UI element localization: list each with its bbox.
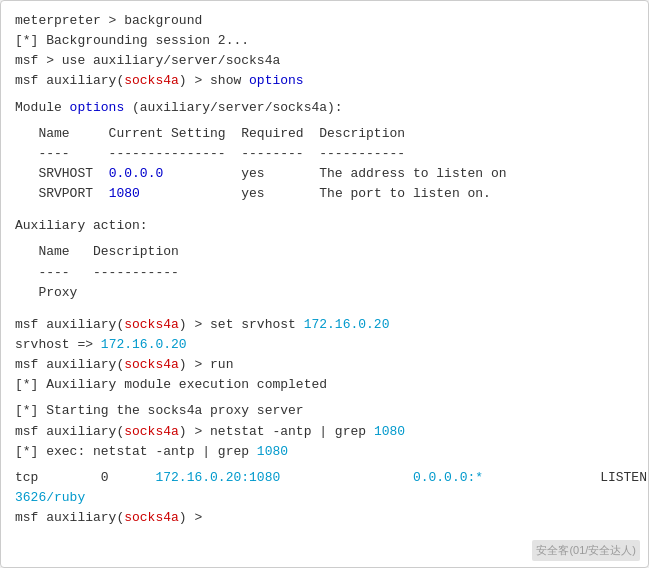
terminal-line: Name Current Setting Required Descriptio… (15, 124, 634, 144)
terminal-line: ---- --------------- -------- ----------… (15, 144, 634, 164)
terminal-window: meterpreter > background[*] Backgroundin… (0, 0, 649, 568)
terminal-line: msf auxiliary(socks4a) > netstat -antp |… (15, 422, 634, 442)
terminal-line: msf auxiliary(socks4a) > set srvhost 172… (15, 315, 634, 335)
terminal-line: srvhost => 172.16.0.20 (15, 335, 634, 355)
terminal-line: meterpreter > background (15, 11, 634, 31)
terminal-line: [*] Starting the socks4a proxy server (15, 401, 634, 421)
terminal-line: msf auxiliary(socks4a) > show options (15, 71, 634, 91)
terminal-line: Name Description (15, 242, 634, 262)
terminal-line: msf auxiliary(socks4a) > run (15, 355, 634, 375)
terminal-line: Module options (auxiliary/server/socks4a… (15, 98, 634, 118)
terminal-line: [*] Auxiliary module execution completed (15, 375, 634, 395)
terminal-output: meterpreter > background[*] Backgroundin… (15, 11, 634, 528)
terminal-line: Auxiliary action: (15, 216, 634, 236)
terminal-line: 3626/ruby (15, 488, 634, 508)
terminal-line: msf > use auxiliary/server/socks4a (15, 51, 634, 71)
terminal-line: ---- ----------- (15, 263, 634, 283)
terminal-line: [*] Backgrounding session 2... (15, 31, 634, 51)
terminal-line: SRVHOST 0.0.0.0 yes The address to liste… (15, 164, 634, 184)
terminal-line: [*] exec: netstat -antp | grep 1080 (15, 442, 634, 462)
watermark: 安全客(01/安全达人) (532, 540, 640, 561)
terminal-line: tcp 0 172.16.0.20:1080 0.0.0.0:* LISTEN (15, 468, 634, 488)
terminal-line: Proxy (15, 283, 634, 303)
terminal-line: msf auxiliary(socks4a) > (15, 508, 634, 528)
terminal-line: SRVPORT 1080 yes The port to listen on. (15, 184, 634, 204)
